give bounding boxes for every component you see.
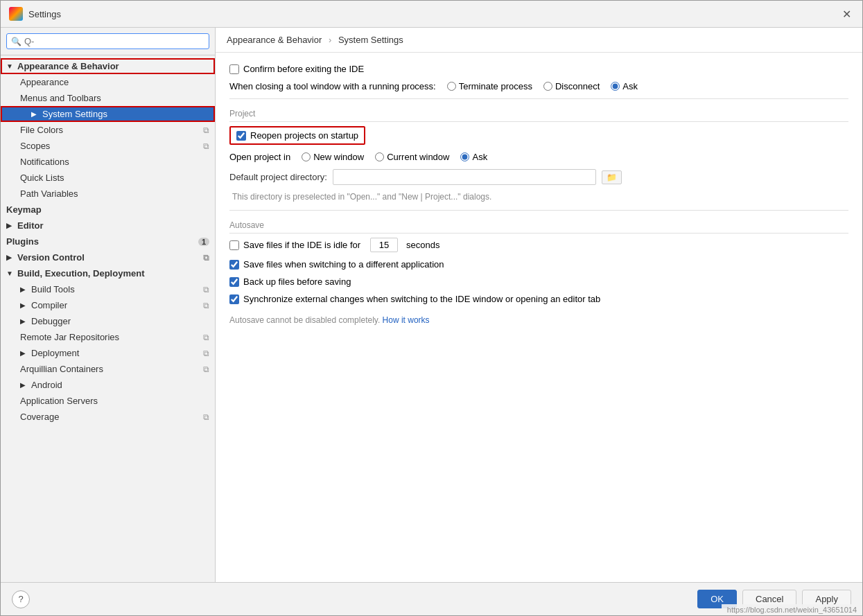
sidebar-item-debugger[interactable]: ▶ Debugger — [1, 313, 215, 329]
backup-label: Back up files before saving — [243, 276, 351, 287]
save-switch-row: Save files when switching to a different… — [229, 259, 848, 270]
sidebar-item-scopes[interactable]: Scopes ⧉ — [1, 138, 215, 154]
chevron-right-icon: ▶ — [6, 254, 15, 261]
confirm-exit-wrap: Confirm before exiting the IDE — [229, 64, 364, 74]
ask-radio[interactable] — [611, 82, 620, 91]
sidebar-item-editor[interactable]: ▶ Editor — [1, 218, 215, 234]
save-switch-label: Save files when switching to a different… — [243, 259, 444, 270]
sidebar-item-android[interactable]: ▶ Android — [1, 377, 215, 393]
plugins-badge: 1 — [198, 238, 209, 246]
chevron-right-icon: ▶ — [31, 110, 40, 118]
new-window-radio[interactable] — [302, 152, 311, 161]
disconnect-label: Disconnect — [555, 81, 600, 91]
footer-left: ? — [12, 590, 30, 608]
sidebar-item-coverage[interactable]: Coverage ⧉ — [1, 409, 215, 425]
sidebar-item-deployment[interactable]: ▶ Deployment ⧉ — [1, 345, 215, 361]
backup-row: Back up files before saving — [229, 276, 848, 287]
sync-checkbox[interactable] — [229, 294, 239, 304]
current-window-label: Current window — [387, 152, 449, 162]
sidebar-item-system-settings[interactable]: ▶ System Settings — [1, 106, 215, 122]
chevron-down-icon: ▼ — [6, 270, 15, 277]
sidebar-item-file-colors[interactable]: File Colors ⧉ — [1, 122, 215, 138]
copy-icon: ⧉ — [203, 412, 209, 422]
sidebar-item-compiler[interactable]: ▶ Compiler ⧉ — [1, 297, 215, 313]
sidebar-item-plugins[interactable]: Plugins 1 — [1, 234, 215, 249]
copy-icon: ⧉ — [203, 301, 209, 310]
copy-icon: ⧉ — [203, 125, 209, 135]
sidebar-tree: ▼ Appearance & Behavior Appearance Menus… — [1, 55, 215, 582]
backup-wrap: Back up files before saving — [229, 276, 351, 287]
sidebar-item-label: Compiler — [31, 300, 67, 310]
disconnect-radio[interactable] — [543, 82, 552, 91]
how-it-works-link[interactable]: How it works — [383, 315, 430, 325]
chevron-right-icon: ▶ — [20, 381, 28, 389]
confirm-exit-checkbox[interactable] — [229, 64, 239, 74]
content-panel: Appearance & Behavior › System Settings … — [216, 28, 862, 582]
sidebar-item-notifications[interactable]: Notifications — [1, 154, 215, 170]
sidebar-item-label: Path Variables — [20, 188, 78, 199]
ask2-label: Ask — [472, 152, 487, 162]
sidebar-item-label: Build Tools — [31, 284, 75, 294]
sidebar-item-appearance[interactable]: Appearance — [1, 74, 215, 90]
reopen-label: Reopen projects on startup — [250, 130, 358, 141]
chevron-right-icon: ▶ — [20, 285, 28, 293]
terminate-label: Terminate process — [459, 81, 532, 91]
sidebar-item-label: Remote Jar Repositories — [20, 332, 119, 342]
open-project-in-label: Open project in — [229, 152, 290, 162]
sidebar-item-label: Menus and Toolbars — [20, 93, 101, 103]
main-area: 🔍 ▼ Appearance & Behavior Appearance Men… — [1, 28, 862, 582]
sidebar-item-appearance-behavior[interactable]: ▼ Appearance & Behavior — [1, 58, 215, 74]
sidebar-item-path-variables[interactable]: Path Variables — [1, 186, 215, 202]
sidebar-item-label: File Colors — [20, 125, 63, 135]
sidebar-item-label: Coverage — [20, 412, 59, 422]
chevron-right-icon: ▶ — [20, 301, 28, 309]
close-button[interactable]: ✕ — [839, 6, 854, 21]
breadcrumb-sep: › — [329, 35, 331, 45]
seconds-unit-label: seconds — [406, 240, 439, 250]
save-idle-row: Save files if the IDE is idle for second… — [229, 238, 848, 252]
backup-checkbox[interactable] — [229, 277, 239, 287]
idle-seconds-input[interactable] — [370, 238, 398, 252]
sidebar-item-remote-jar[interactable]: Remote Jar Repositories ⧉ — [1, 329, 215, 345]
divider2 — [229, 210, 848, 211]
sidebar-item-build-tools[interactable]: ▶ Build Tools ⧉ — [1, 281, 215, 297]
current-window-radio[interactable] — [375, 152, 384, 161]
status-bar-url: https://blog.csdn.net/weixin_43651014 — [722, 604, 862, 615]
app-icon — [9, 7, 23, 21]
sidebar-item-arquillian[interactable]: Arquillian Containers ⧉ — [1, 361, 215, 377]
sidebar-item-label: Version Control — [17, 252, 85, 263]
sidebar-item-menus-toolbars[interactable]: Menus and Toolbars — [1, 90, 215, 106]
copy-icon: ⧉ — [203, 349, 209, 358]
disconnect-radio-wrap: Disconnect — [543, 81, 600, 91]
title-bar: Settings ✕ — [1, 1, 862, 28]
autosave-note-row: Autosave cannot be disabled completely. … — [229, 315, 848, 325]
sidebar-item-label: Scopes — [20, 141, 50, 151]
reopen-checkbox[interactable] — [236, 131, 246, 141]
confirm-exit-label: Confirm before exiting the IDE — [243, 64, 364, 74]
sidebar-item-build-execution[interactable]: ▼ Build, Execution, Deployment — [1, 265, 215, 281]
sidebar-item-label: Android — [31, 380, 62, 390]
terminate-radio[interactable] — [447, 82, 456, 91]
default-dir-input[interactable] — [333, 169, 596, 185]
save-switch-checkbox[interactable] — [229, 260, 239, 270]
sidebar-item-label: Keymap — [6, 204, 42, 215]
copy-icon: ⧉ — [203, 333, 209, 342]
title-bar-left: Settings — [9, 7, 61, 21]
sidebar-item-app-servers[interactable]: Application Servers — [1, 393, 215, 409]
divider1 — [229, 98, 848, 99]
breadcrumb: Appearance & Behavior › System Settings — [216, 28, 862, 53]
sync-label: Synchronize external changes when switch… — [243, 294, 600, 304]
save-idle-checkbox[interactable] — [229, 240, 239, 250]
sidebar-item-quick-lists[interactable]: Quick Lists — [1, 170, 215, 186]
sidebar-item-keymap[interactable]: Keymap — [1, 202, 215, 218]
sidebar-item-label: Debugger — [31, 316, 71, 326]
search-input[interactable] — [24, 36, 204, 46]
breadcrumb-part2: System Settings — [338, 35, 403, 45]
sidebar-item-label: Appearance & Behavior — [17, 61, 119, 71]
sidebar-item-version-control[interactable]: ▶ Version Control ⧉ — [1, 249, 215, 265]
confirm-exit-row: Confirm before exiting the IDE — [229, 64, 848, 74]
sidebar-item-label: Notifications — [20, 157, 69, 167]
browse-folder-button[interactable]: 📁 — [602, 170, 622, 184]
help-button[interactable]: ? — [12, 590, 30, 608]
ask2-radio[interactable] — [460, 152, 469, 161]
